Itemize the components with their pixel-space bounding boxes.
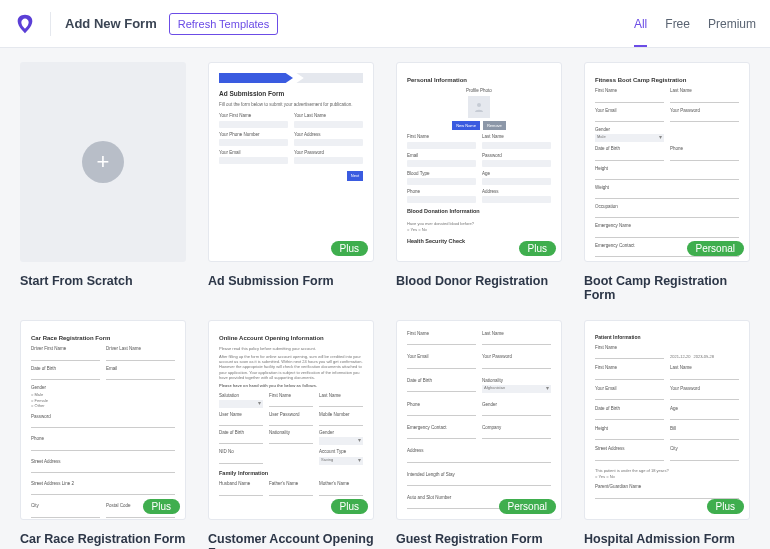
template-title: Start From Scratch (20, 274, 186, 288)
plus-icon: + (82, 141, 124, 183)
template-thumb: Car Race Registration Form Driver First … (20, 320, 186, 520)
template-thumb: Ad Submission Form Fill out the form bel… (208, 62, 374, 262)
template-card[interactable]: + Start From Scratch (20, 62, 186, 302)
logo-icon (14, 13, 36, 35)
plan-badge: Plus (707, 499, 744, 514)
template-title: Ad Submission Form (208, 274, 374, 288)
plan-badge: Plus (143, 499, 180, 514)
template-title: Guest Registration Form (396, 532, 562, 546)
template-title: Car Race Registration Form (20, 532, 186, 546)
template-thumb: Patient Information First Name2021-12-20… (584, 320, 750, 520)
template-title: Customer Account Opening Form (208, 532, 374, 549)
avatar-placeholder-icon (468, 96, 490, 118)
template-card[interactable]: Fitness Boot Camp Registration First Nam… (584, 62, 750, 302)
plan-badge: Plus (331, 499, 368, 514)
divider (50, 12, 51, 36)
filter-all[interactable]: All (634, 0, 647, 47)
template-thumb: Fitness Boot Camp Registration First Nam… (584, 62, 750, 262)
filter-tabs: All Free Premium (634, 0, 756, 47)
template-card[interactable]: First NameLast Name Your EmailYour Passw… (396, 320, 562, 549)
template-title: Blood Donor Registration (396, 274, 562, 288)
template-thumb-blank: + (20, 62, 186, 262)
template-card[interactable]: Patient Information First Name2021-12-20… (584, 320, 750, 549)
plan-badge: Personal (687, 241, 744, 256)
page-title: Add New Form (65, 16, 157, 31)
plan-badge: Personal (499, 499, 556, 514)
filter-premium[interactable]: Premium (708, 0, 756, 47)
template-card[interactable]: Online Account Opening Information Pleas… (208, 320, 374, 549)
template-thumb: First NameLast Name Your EmailYour Passw… (396, 320, 562, 520)
plan-badge: Plus (331, 241, 368, 256)
template-thumb: Online Account Opening Information Pleas… (208, 320, 374, 520)
svg-point-0 (477, 103, 481, 107)
template-title: Hospital Admission Form (584, 532, 750, 546)
template-card[interactable]: Car Race Registration Form Driver First … (20, 320, 186, 549)
template-card[interactable]: Personal Information Profile Photo New N… (396, 62, 562, 302)
topbar: Add New Form Refresh Templates All Free … (0, 0, 770, 48)
plan-badge: Plus (519, 241, 556, 256)
template-thumb: Personal Information Profile Photo New N… (396, 62, 562, 262)
refresh-templates-button[interactable]: Refresh Templates (169, 13, 279, 35)
filter-free[interactable]: Free (665, 0, 690, 47)
template-title: Boot Camp Registration Form (584, 274, 750, 302)
template-card[interactable]: Ad Submission Form Fill out the form bel… (208, 62, 374, 302)
template-grid: + Start From Scratch Ad Submission Form … (0, 48, 770, 549)
